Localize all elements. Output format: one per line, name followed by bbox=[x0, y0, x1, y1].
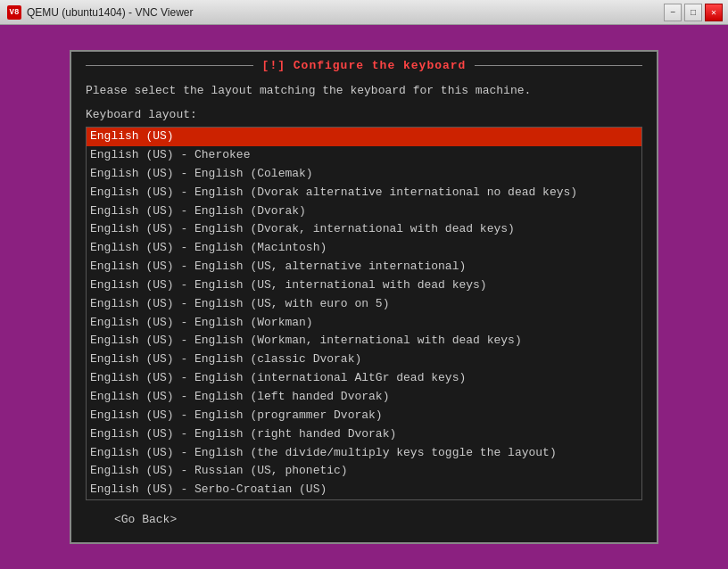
list-item[interactable]: English (US) - English (programmer Dvora… bbox=[87, 407, 641, 425]
list-item[interactable]: English (US) - English (Dvorak) bbox=[87, 202, 641, 221]
main-area: [!] Configure the keyboard Please select… bbox=[0, 25, 728, 569]
window-controls: − □ ✕ bbox=[664, 4, 723, 21]
list-item[interactable]: English (US) - English (US, with euro on… bbox=[87, 295, 641, 314]
list-item[interactable]: English (US) - English (Dvorak alternati… bbox=[87, 184, 641, 202]
list-item[interactable]: English (US) - English (right handed Dvo… bbox=[87, 425, 641, 444]
list-item[interactable]: English (US) - Serbo-Croatian (US) bbox=[87, 481, 641, 499]
title-bar: V8 QEMU (ubuntu1404) - VNC Viewer − □ ✕ bbox=[0, 0, 728, 25]
list-item[interactable]: English (US) - English (Workman) bbox=[87, 314, 641, 333]
minimize-button[interactable]: − bbox=[664, 4, 682, 21]
dialog-instruction: Please select the layout matching the ke… bbox=[86, 83, 642, 99]
list-item[interactable]: English (US) bbox=[87, 128, 641, 146]
title-line-right bbox=[475, 65, 642, 66]
list-item[interactable]: English (US) - English (left handed Dvor… bbox=[87, 388, 641, 407]
list-item[interactable]: English (US) - English (US, alternative … bbox=[87, 258, 641, 276]
list-item[interactable]: English (US) - English (classic Dvorak) bbox=[87, 350, 641, 369]
configure-keyboard-dialog: [!] Configure the keyboard Please select… bbox=[70, 50, 658, 544]
dialog-body: Please select the layout matching the ke… bbox=[71, 79, 657, 542]
list-item[interactable]: English (US) - English (Macintosh) bbox=[87, 239, 641, 258]
maximize-button[interactable]: □ bbox=[684, 4, 702, 21]
close-button[interactable]: ✕ bbox=[705, 4, 723, 21]
title-line-left bbox=[86, 65, 253, 66]
list-item[interactable]: English (US) - English (Dvorak, internat… bbox=[87, 220, 641, 239]
window-title: QEMU (ubuntu1404) - VNC Viewer bbox=[27, 6, 194, 19]
list-item[interactable]: English (US) - Cherokee bbox=[87, 146, 641, 165]
list-item[interactable]: English (US) - English (international Al… bbox=[87, 369, 641, 388]
list-item[interactable]: English (US) - English (the divide/multi… bbox=[87, 444, 641, 463]
list-item[interactable]: English (US) - English (US, internationa… bbox=[87, 276, 641, 295]
keyboard-layout-label: Keyboard layout: bbox=[86, 108, 642, 121]
dialog-title-row: [!] Configure the keyboard bbox=[71, 52, 657, 79]
list-item[interactable]: English (US) - English (Colemak) bbox=[87, 165, 641, 184]
list-item[interactable]: English (US) - English (Workman, interna… bbox=[87, 332, 641, 350]
go-back-button[interactable]: <Go Back> bbox=[100, 511, 191, 528]
dialog-title: [!] Configure the keyboard bbox=[253, 59, 476, 72]
list-item[interactable]: English (US) - Russian (US, phonetic) bbox=[87, 462, 641, 481]
app-icon: V8 bbox=[7, 5, 21, 20]
keyboard-layout-list[interactable]: English (US)English (US) - CherokeeEngli… bbox=[86, 127, 642, 500]
